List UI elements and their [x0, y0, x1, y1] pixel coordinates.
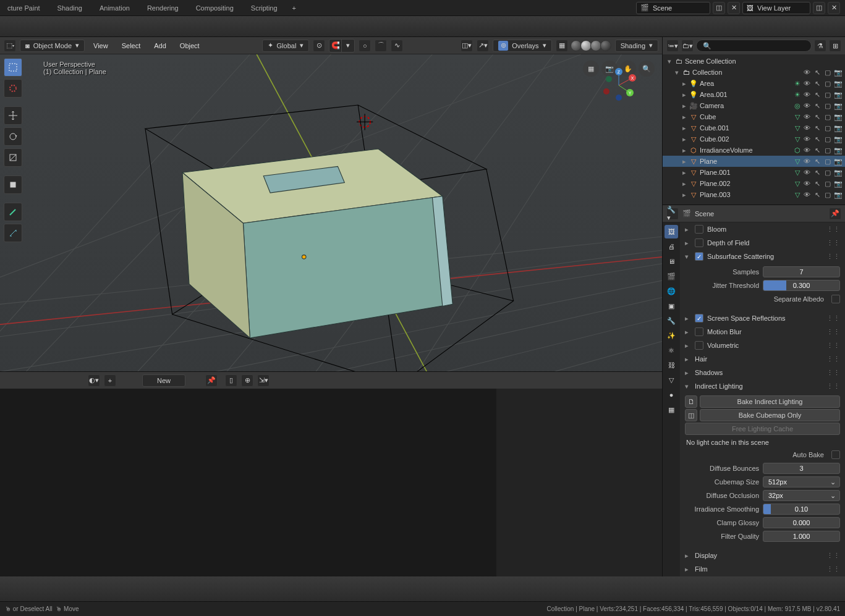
eye-icon[interactable]: 👁 [802, 69, 811, 77]
orientation-dropdown[interactable]: ✦ Global ▾ [262, 40, 310, 52]
bottom-btn-3[interactable]: ⇲▾ [257, 374, 270, 387]
tab-view-layer[interactable]: 🖥 [665, 255, 678, 268]
tree-item[interactable]: ▸▽Cube.002▽👁↖▢📷 [663, 133, 845, 145]
tree-item[interactable]: ▸▽Cube.001▽👁↖▢📷 [663, 122, 845, 133]
tab-output[interactable]: 🖨 [665, 240, 678, 253]
eye-icon[interactable]: 👁 [802, 124, 811, 132]
panel-volumetric[interactable]: ▸ Volumetric⋮⋮ [680, 339, 845, 352]
tool-scale[interactable] [4, 148, 22, 167]
tab-modifiers[interactable]: 🔧 [665, 314, 678, 327]
panel-mblur[interactable]: ▸ Motion Blur⋮⋮ [680, 325, 845, 339]
tree-item[interactable]: ▸🎥Camera◎👁↖▢📷 [663, 100, 845, 111]
diffuse-bounces-field[interactable]: 3 [763, 463, 840, 474]
layer-browse-button[interactable]: ◫ [813, 2, 825, 14]
pin-button[interactable]: 📌 [205, 374, 218, 387]
tree-item[interactable]: ▸▽Cube▽👁↖▢📷 [663, 111, 845, 122]
tree-item[interactable]: ▸▽Plane.001▽👁↖▢📷 [663, 167, 845, 178]
bottom-panel-body[interactable] [0, 389, 662, 576]
cursor-icon[interactable]: ↖ [813, 113, 822, 121]
tab-render[interactable]: 🖼 [665, 225, 678, 238]
shade-rendered[interactable] [600, 40, 611, 51]
auto-bake-checkbox[interactable] [831, 450, 840, 459]
xray-toggle[interactable]: ▦ [556, 40, 568, 52]
outliner-tree[interactable]: ▾ 🗀 Scene Collection ▾ 🗀 Collection 👁↖▢📷… [663, 54, 845, 205]
diffuse-occlusion-select[interactable]: 32px [763, 490, 840, 501]
pivot-button[interactable]: ⊙ [313, 40, 325, 52]
cursor-icon[interactable]: ↖ [813, 135, 822, 143]
tab-shading[interactable]: Shading [50, 2, 90, 14]
render-icon[interactable]: 📷 [834, 191, 843, 199]
tool-select-box[interactable] [4, 58, 22, 77]
screen-icon[interactable]: ▢ [823, 102, 832, 110]
tree-scene-collection[interactable]: ▾ 🗀 Scene Collection [663, 56, 845, 67]
tab-texture[interactable]: ▦ [665, 403, 678, 416]
render-icon[interactable]: 📷 [834, 69, 843, 77]
cursor-icon[interactable]: ↖ [813, 146, 822, 154]
new-button[interactable]: New [142, 374, 185, 387]
outliner-editor-type[interactable]: ≔▾ [666, 40, 679, 52]
overlays-dropdown[interactable]: ⊚ Overlays ▾ [493, 40, 551, 52]
layer-close-button[interactable]: ✕ [828, 2, 840, 14]
render-icon[interactable]: 📷 [834, 102, 843, 110]
tool-rotate[interactable] [4, 127, 22, 146]
cursor-icon[interactable]: ↖ [813, 191, 822, 199]
tool-cursor[interactable] [4, 79, 22, 98]
render-icon[interactable]: 📷 [834, 91, 843, 99]
cursor-icon[interactable]: ↖ [813, 124, 822, 132]
nav-camera[interactable]: ▦ [583, 61, 599, 77]
editor-type-button[interactable]: ⬚▾ [4, 40, 16, 52]
eye-icon[interactable]: 👁 [802, 146, 811, 154]
filter-quality-field[interactable]: 1.000 [763, 531, 840, 542]
irradiance-smooth-field[interactable]: 0.10 [763, 504, 840, 515]
layer-selector[interactable]: 🖼 View Layer [742, 2, 810, 14]
tab-rendering[interactable]: Rendering [140, 2, 186, 14]
dof-checkbox[interactable] [695, 238, 703, 247]
scene-browse-button[interactable]: ◫ [713, 2, 725, 14]
outliner-search[interactable]: 🔍 [696, 40, 812, 52]
tree-item[interactable]: ▸▽Plane▽👁↖▢📷 [663, 156, 845, 167]
eye-icon[interactable]: 👁 [802, 135, 811, 143]
sss-checkbox[interactable] [695, 252, 703, 261]
jitter-field[interactable]: 0.300 [763, 280, 840, 291]
panel-display[interactable]: ▸ Display⋮⋮ [680, 549, 845, 562]
render-icon[interactable]: 📷 [834, 80, 843, 88]
tab-texture-paint[interactable]: cture Paint [0, 2, 48, 14]
scene-selector[interactable]: 🎬 Scene [636, 2, 710, 14]
tab-scripting[interactable]: Scripting [244, 2, 285, 14]
outliner-new-collection[interactable]: ⊞ [829, 40, 841, 52]
bottom-btn-2[interactable]: ⊕ [241, 374, 253, 387]
tab-particles[interactable]: ✨ [665, 329, 678, 342]
bake-cubemap-icon-button[interactable]: ◫ [685, 409, 697, 421]
bake-indirect-icon-button[interactable]: 🗋 [685, 395, 697, 408]
screen-icon[interactable]: ▢ [823, 113, 832, 121]
panel-shadows[interactable]: ▸ Shadows⋮⋮ [680, 366, 845, 379]
clamp-glossy-field[interactable]: 0.000 [763, 517, 840, 528]
panel-bloom[interactable]: ▸ Bloom⋮⋮ [680, 222, 845, 236]
gizmo-button[interactable]: ↗▾ [477, 40, 489, 52]
render-icon[interactable]: 📷 [834, 169, 843, 177]
eye-icon[interactable]: 👁 [802, 169, 811, 177]
proportional-options[interactable]: ∿ [391, 40, 403, 52]
screen-icon[interactable]: ▢ [823, 69, 832, 77]
cursor-icon[interactable]: ↖ [813, 169, 822, 177]
visibility-button[interactable]: ◫▾ [461, 40, 473, 52]
tool-annotate[interactable] [4, 203, 22, 221]
cursor-icon[interactable]: ↖ [813, 80, 822, 88]
render-icon[interactable]: 📷 [834, 146, 843, 154]
screen-icon[interactable]: ▢ [823, 169, 832, 177]
panel-ssr[interactable]: ▸ Screen Space Reflections⋮⋮ [680, 311, 845, 325]
eye-icon[interactable]: 👁 [802, 91, 811, 99]
bake-cubemap-button[interactable]: Bake Cubemap Only [700, 409, 840, 421]
volumetric-checkbox[interactable] [695, 341, 703, 350]
render-icon[interactable]: 📷 [834, 113, 843, 121]
render-icon[interactable]: 📷 [834, 124, 843, 132]
outliner-filter[interactable]: ⚗ [814, 40, 826, 52]
props-pin[interactable]: 📌 [829, 208, 841, 220]
tab-compositing[interactable]: Compositing [189, 2, 241, 14]
tree-collection[interactable]: ▾ 🗀 Collection 👁↖▢📷 [663, 67, 845, 78]
proportional-edit[interactable]: ○ [359, 40, 371, 52]
screen-icon[interactable]: ▢ [823, 158, 832, 166]
new-add-button[interactable]: + [104, 374, 116, 387]
eye-icon[interactable]: 👁 [802, 158, 811, 166]
render-icon[interactable]: 📷 [834, 135, 843, 143]
